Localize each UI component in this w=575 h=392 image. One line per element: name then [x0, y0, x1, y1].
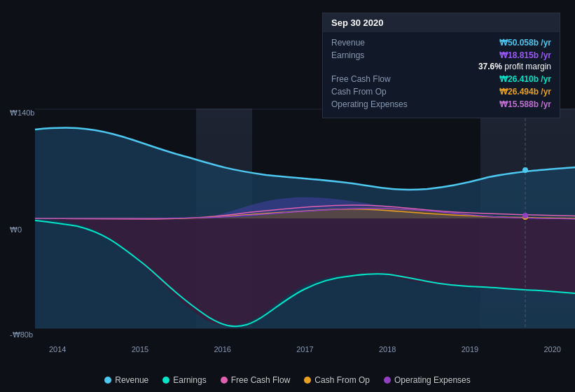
tooltip-label-revenue: Revenue [331, 38, 415, 48]
tooltip-value-profit-margin: 37.6% profit margin [478, 62, 551, 71]
tooltip-row-revenue: Revenue ₩50.058b /yr [331, 36, 551, 49]
legend-dot-earnings [162, 377, 169, 384]
x-label-2018: 2018 [379, 345, 396, 354]
svg-point-6 [522, 167, 528, 173]
legend-label-revenue: Revenue [115, 375, 148, 385]
legend-item-revenue[interactable]: Revenue [104, 375, 148, 385]
tooltip-body: Revenue ₩50.058b /yr Earnings ₩18.815b /… [323, 32, 560, 118]
tooltip-row-profit-margin: 37.6% profit margin [331, 62, 551, 73]
x-label-2019: 2019 [462, 345, 478, 354]
tooltip-value-revenue: ₩50.058b /yr [499, 38, 551, 48]
tooltip-value-fcf: ₩26.410b /yr [499, 74, 551, 84]
y-label-top: ₩140b [10, 108, 34, 118]
legend-dot-opex [384, 377, 391, 384]
tooltip-title: Sep 30 2020 [323, 13, 560, 32]
x-label-2016: 2016 [214, 345, 231, 354]
y-label-bot: -₩80b [10, 330, 33, 340]
tooltip-value-earnings: ₩18.815b /yr [499, 50, 551, 60]
x-label-2014: 2014 [49, 345, 66, 354]
legend-dot-fcf [221, 377, 228, 384]
tooltip-label-earnings: Earnings [331, 50, 415, 60]
tooltip-value-opex: ₩15.588b /yr [499, 99, 551, 109]
legend-dot-cashfromop [304, 377, 311, 384]
tooltip-row-earnings: Earnings ₩18.815b /yr [331, 49, 551, 62]
tooltip-label-opex: Operating Expenses [331, 99, 415, 109]
tooltip-row-cashfromop: Cash From Op ₩26.494b /yr [331, 85, 551, 98]
legend-label-fcf: Free Cash Flow [231, 375, 291, 385]
svg-point-8 [522, 213, 528, 218]
y-label-mid: ₩0 [10, 225, 22, 234]
x-label-2017: 2017 [296, 345, 313, 354]
legend-item-opex[interactable]: Operating Expenses [384, 375, 471, 385]
tooltip-label-fcf: Free Cash Flow [331, 74, 415, 84]
tooltip-label-cashfromop: Cash From Op [331, 87, 415, 97]
x-label-2015: 2015 [132, 345, 148, 354]
tooltip-row-opex: Operating Expenses ₩15.588b /yr [331, 98, 551, 111]
chart-svg [35, 108, 575, 354]
legend-item-earnings[interactable]: Earnings [162, 375, 206, 385]
legend-dot-revenue [104, 377, 111, 384]
legend-label-earnings: Earnings [173, 375, 206, 385]
legend-label-cashfromop: Cash From Op [314, 375, 370, 385]
tooltip-row-fcf: Free Cash Flow ₩26.410b /yr [331, 73, 551, 85]
legend-item-cashfromop[interactable]: Cash From Op [304, 375, 370, 385]
tooltip-card: Sep 30 2020 Revenue ₩50.058b /yr Earning… [322, 13, 560, 118]
tooltip-value-cashfromop: ₩26.494b /yr [499, 87, 551, 97]
legend: Revenue Earnings Free Cash Flow Cash Fro… [0, 375, 575, 385]
chart-container: ₩140b ₩0 -₩80b [0, 108, 575, 354]
x-label-2020: 2020 [544, 345, 561, 354]
x-axis: 2014 2015 2016 2017 2018 2019 2020 [35, 345, 575, 354]
legend-label-opex: Operating Expenses [394, 375, 471, 385]
legend-item-fcf[interactable]: Free Cash Flow [221, 375, 291, 385]
